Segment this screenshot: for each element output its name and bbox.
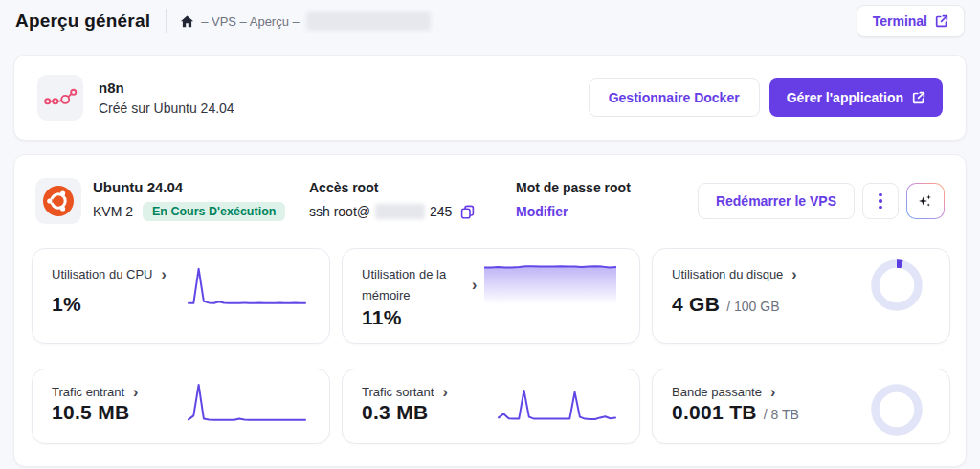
n8n-icon bbox=[37, 75, 83, 121]
metric-value: 0.3 MB bbox=[362, 401, 429, 424]
app-text: n8n Créé sur Ubuntu 24.04 bbox=[99, 79, 234, 116]
kebab-menu-button[interactable] bbox=[862, 183, 899, 219]
root-access-block: Accès root ssh root@ 245 bbox=[309, 180, 475, 219]
metric-tile: Utilisation du CPU › 1% bbox=[32, 248, 330, 344]
external-link-icon bbox=[935, 14, 948, 28]
manage-app-button[interactable]: Gérer l'application bbox=[769, 78, 943, 117]
root-password-label: Mot de passe root bbox=[516, 180, 631, 195]
chevron-right-icon: › bbox=[133, 385, 138, 400]
metric-tile: Trafic entrant › 10.5 MB bbox=[32, 368, 330, 444]
metric-value: 1% bbox=[52, 293, 81, 316]
metric-chart bbox=[188, 262, 306, 310]
metric-link[interactable]: Utilisation du CPU › bbox=[52, 264, 167, 285]
vps-status-badge: En Cours D'exécution bbox=[143, 202, 285, 221]
metric-link[interactable]: Trafic entrant › bbox=[52, 382, 138, 403]
app-name: n8n bbox=[99, 79, 234, 96]
metric-total: / 100 GB bbox=[726, 299, 779, 314]
breadcrumb-redacted bbox=[306, 11, 431, 31]
metric-value: 4 GB bbox=[672, 293, 720, 316]
vps-plan: KVM 2 bbox=[93, 204, 133, 219]
app-card: n8n Créé sur Ubuntu 24.04 Gestionnaire D… bbox=[13, 55, 967, 141]
chevron-right-icon: › bbox=[472, 278, 477, 293]
metric-value-row: 1% bbox=[52, 293, 81, 316]
metric-value-row: 0.3 MB bbox=[362, 401, 429, 424]
home-icon[interactable] bbox=[180, 14, 194, 29]
manage-app-label: Gérer l'application bbox=[787, 90, 903, 105]
ssh-suffix: 245 bbox=[430, 204, 452, 219]
ssh-redacted bbox=[375, 204, 425, 219]
page-title: Aperçu général bbox=[15, 11, 150, 32]
metric-value-row: 4 GB / 100 GB bbox=[672, 293, 779, 316]
root-password-block: Mot de passe root Modifier bbox=[516, 180, 631, 219]
app-subtitle: Créé sur Ubuntu 24.04 bbox=[99, 100, 234, 116]
metric-total: / 8 TB bbox=[764, 407, 799, 422]
metric-title: Bande passante bbox=[672, 382, 762, 403]
vps-head: Ubuntu 24.04 KVM 2 En Cours D'exécution bbox=[93, 179, 285, 221]
metric-chart bbox=[867, 256, 926, 315]
chevron-right-icon: › bbox=[442, 385, 447, 400]
metric-title: Trafic entrant bbox=[52, 382, 124, 403]
metric-link[interactable]: Utilisation de la mémoire › bbox=[362, 264, 477, 306]
metric-tile: Trafic sortant › 0.3 MB bbox=[342, 368, 640, 444]
metric-title: Utilisation du disque bbox=[672, 264, 783, 285]
vps-os: Ubuntu 24.04 bbox=[93, 179, 285, 195]
metric-tile: Bande passante › 0.001 TB / 8 TB bbox=[652, 368, 950, 444]
metric-chart bbox=[867, 380, 926, 439]
restart-vps-button[interactable]: Redémarrer le VPS bbox=[698, 183, 855, 219]
metric-value: 0.001 TB bbox=[672, 401, 757, 424]
chevron-right-icon: › bbox=[770, 385, 775, 400]
ssh-command: ssh root@ 245 bbox=[309, 204, 475, 219]
docker-manager-label: Gestionnaire Docker bbox=[609, 90, 740, 105]
breadcrumb: – VPS – Aperçu – bbox=[180, 11, 431, 31]
more-options-icon bbox=[879, 193, 882, 197]
breadcrumb-text: – VPS – Aperçu – bbox=[201, 14, 300, 29]
metric-link[interactable]: Trafic sortant › bbox=[362, 382, 448, 403]
ubuntu-icon bbox=[35, 178, 81, 224]
docker-manager-button[interactable]: Gestionnaire Docker bbox=[589, 78, 760, 117]
metric-value-row: 11% bbox=[362, 306, 402, 329]
header-divider bbox=[166, 9, 167, 34]
metric-tile: Utilisation du disque › 4 GB / 100 GB bbox=[652, 248, 950, 344]
modify-link[interactable]: Modifier bbox=[516, 204, 568, 219]
page-header: Aperçu général – VPS – Aperçu – Terminal bbox=[0, 0, 980, 42]
chevron-right-icon: › bbox=[791, 267, 796, 282]
metric-value-row: 0.001 TB / 8 TB bbox=[672, 401, 799, 424]
app-actions: Gestionnaire Docker Gérer l'application bbox=[589, 78, 943, 117]
donut-chart bbox=[867, 256, 926, 315]
metric-chart bbox=[483, 258, 617, 308]
sparkles-icon bbox=[916, 191, 935, 211]
metric-chart bbox=[498, 379, 616, 427]
ssh-prefix: ssh root@ bbox=[309, 204, 370, 219]
metric-title: Utilisation de la mémoire bbox=[362, 264, 463, 306]
metric-value: 11% bbox=[362, 306, 402, 329]
terminal-button[interactable]: Terminal bbox=[857, 5, 965, 37]
metric-link[interactable]: Utilisation du disque › bbox=[672, 264, 797, 285]
ai-assistant-button[interactable] bbox=[906, 183, 945, 219]
metric-tile: Utilisation de la mémoire › 11% bbox=[342, 248, 640, 344]
metric-value-row: 10.5 MB bbox=[52, 401, 129, 424]
terminal-button-label: Terminal bbox=[873, 13, 927, 29]
donut-chart bbox=[867, 380, 926, 439]
metric-value: 10.5 MB bbox=[52, 401, 129, 424]
metric-title: Utilisation du CPU bbox=[52, 264, 153, 285]
copy-icon[interactable] bbox=[457, 205, 475, 219]
metric-link[interactable]: Bande passante › bbox=[672, 382, 775, 403]
metric-title: Trafic sortant bbox=[362, 382, 434, 403]
metric-chart bbox=[188, 379, 306, 427]
vps-controls: Redémarrer le VPS bbox=[698, 183, 945, 219]
root-access-label: Accès root bbox=[309, 180, 475, 195]
external-link-icon bbox=[912, 91, 925, 104]
chevron-right-icon: › bbox=[162, 267, 167, 282]
vps-card: Ubuntu 24.04 KVM 2 En Cours D'exécution … bbox=[13, 154, 967, 467]
